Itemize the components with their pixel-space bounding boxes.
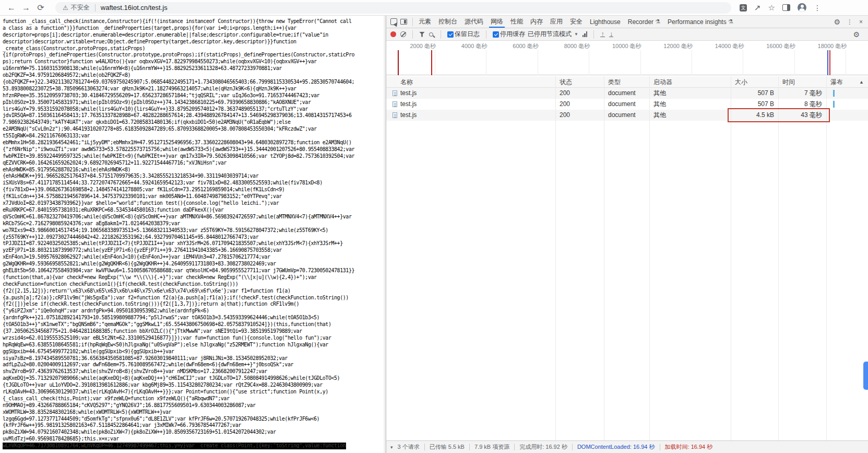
- tab-控制台[interactable]: 控制台: [435, 16, 461, 28]
- checkbox-checked-icon[interactable]: [493, 31, 499, 38]
- column-header-5[interactable]: 大小: [731, 76, 778, 88]
- clear-network-log-icon[interactable]: [400, 31, 406, 37]
- throttling-dropdown[interactable]: 已停用节流模式 ▼: [529, 30, 578, 39]
- cell-type: document: [604, 110, 649, 121]
- tab-Recorder[interactable]: Recorder⚗: [624, 16, 664, 28]
- security-label[interactable]: 不安全: [71, 3, 90, 12]
- tab-性能[interactable]: 性能: [507, 16, 527, 28]
- tab-安全[interactable]: 安全: [566, 16, 586, 28]
- code-line: jdvIR5QA=87.15036116458413;17.7635133782…: [3, 112, 385, 119]
- status-divider: [469, 444, 470, 450]
- reload-button[interactable]: ⟳: [33, 3, 48, 13]
- status-caret-icon[interactable]: ▾: [390, 445, 393, 450]
- document-icon: [393, 90, 397, 96]
- column-separator[interactable]: [731, 76, 731, 440]
- column-header-1[interactable]: 名称: [386, 76, 555, 88]
- code-line: kRCb7SGc=2.7162798085924376;var aEg8akm1…: [3, 220, 385, 227]
- cell-size: 507 B: [731, 88, 778, 99]
- devtools-close-icon[interactable]: ×: [859, 18, 863, 26]
- code-line: iSXUsV8s=67.41171785114544;33.7272074767…: [3, 180, 385, 187]
- timeline-overview[interactable]: [386, 50, 868, 75]
- code-line: pk8oZiXW=94.07921607402348;while(pk8oZiX…: [3, 429, 385, 436]
- column-separator[interactable]: [649, 76, 650, 440]
- filter-icon[interactable]: [419, 32, 425, 37]
- timeline-tick-label: 18000 毫秒: [810, 42, 847, 50]
- request-row[interactable]: test.js200document其他507 B7 毫秒: [386, 88, 868, 99]
- devtools-menu-icon[interactable]: ⋮: [847, 18, 853, 26]
- tab-Performance insights[interactable]: Performance insights⚗: [664, 16, 737, 28]
- devtools-panel: 元素控制台源代码网络性能内存应用安全LighthouseRecorder⚗Per…: [386, 16, 868, 453]
- devtools-settings-icon[interactable]: ⚙: [834, 18, 840, 26]
- browser-menu-icon[interactable]: ⋮: [814, 4, 821, 12]
- translate-icon[interactable]: 文: [740, 4, 747, 11]
- timeline-gridline: [640, 50, 641, 75]
- tab-Lighthouse[interactable]: Lighthouse: [586, 16, 624, 28]
- url-text[interactable]: waftest.16iot.cn/test.js: [101, 4, 168, 11]
- sort-ascending-icon[interactable]: ▲: [859, 79, 864, 85]
- tab-label: 源代码: [465, 17, 483, 26]
- checkbox-checked-icon[interactable]: [447, 31, 454, 38]
- tab-网络[interactable]: 网络: [487, 16, 507, 28]
- code-line: aqKxeDQj=35.71329207989066;while(aqKxeDQ…: [3, 375, 385, 382]
- code-line: {fiv781xD++}39.06826736169858+2.14845741…: [3, 187, 385, 193]
- code-line: descriptor=props[i];descriptor.enumerabl…: [3, 32, 385, 39]
- column-header-4[interactable]: 启动器: [649, 76, 731, 88]
- network-conditions-icon[interactable]: [582, 31, 588, 37]
- code-line: {fK1LsCdn++}34.575882194567896+14.347537…: [3, 193, 385, 200]
- code-line: xEnF4onJ=19.509576928062927;while(xEnF4o…: [3, 254, 385, 261]
- cell-status: 200: [555, 99, 604, 110]
- record-network-log-button[interactable]: [390, 31, 396, 37]
- code-line: {"y6iPZJxm";"iQe0ohqH";var ardnfgPk=94.0…: [3, 308, 385, 315]
- security-warning-icon[interactable]: ⚠: [63, 4, 68, 11]
- code-line: {a.push[a];f2(a)};cRF1lv9m("jWs5gxEa");v…: [3, 295, 385, 301]
- tab-label: 安全: [570, 17, 582, 26]
- bookmark-star-icon[interactable]: ☆: [768, 3, 775, 13]
- code-line: fwbPKIEt=39.859224499597325;while(fwbPKI…: [3, 153, 385, 160]
- code-line: {z55T69KY++}12.092730274446042+42.221826…: [3, 234, 385, 241]
- status-divider: [660, 444, 660, 450]
- profile-avatar[interactable]: [798, 3, 806, 12]
- timeline-gridline: [486, 50, 486, 75]
- share-icon[interactable]: ↗: [754, 3, 761, 13]
- preserve-log-checkbox[interactable]: 保留日志: [447, 30, 480, 39]
- forward-button[interactable]: →: [19, 3, 33, 13]
- cell-type: document: [604, 99, 649, 110]
- column-header-6[interactable]: 时间: [778, 76, 826, 88]
- tab-应用[interactable]: 应用: [546, 16, 566, 28]
- code-line: 7.98692382643749;"kATY4UAT";var qkxbiDO1…: [3, 119, 385, 126]
- column-header-3[interactable]: 类型: [604, 76, 649, 88]
- code-line: e2AM3NqU("sCvL0n2z");90.46419310207278+8…: [3, 126, 385, 133]
- column-separator[interactable]: [826, 76, 827, 440]
- browser-toolbar: ← → ⟳ ⚠ 不安全 waftest.16iot.cn/test.js 文 ↗…: [0, 0, 868, 16]
- column-separator[interactable]: [555, 76, 556, 440]
- code-line: g2WgQKHR=49.59366958552821;while(g2WgQKH…: [3, 261, 385, 268]
- code-line: lzgq6Ggd=97.12737717444509;"d5omfkTg";"s…: [3, 416, 385, 423]
- tab-内存[interactable]: 内存: [527, 16, 546, 28]
- import-har-icon[interactable]: ↑: [600, 31, 605, 37]
- timeline-gridline: [692, 50, 692, 75]
- tab-源代码[interactable]: 源代码: [461, 16, 487, 28]
- tab-元素[interactable]: 元素: [415, 16, 435, 28]
- export-har-icon[interactable]: ↓: [609, 31, 614, 37]
- code-line: wo7RIxs9=43.98660014517454;19.1065683389…: [3, 227, 385, 234]
- code-line: {ehAsHWDK++}91.96652825176437+84.5715170…: [3, 173, 385, 180]
- column-separator[interactable]: [778, 76, 779, 440]
- inspect-element-icon[interactable]: [390, 18, 397, 25]
- experiment-flask-icon: ⚗: [655, 18, 660, 25]
- code-line: eRuXRKPC=67.84015957381031;eRuXRKPC=68.5…: [3, 207, 385, 214]
- cell-initiator: 其他: [649, 88, 731, 99]
- column-header-2[interactable]: 状态: [555, 76, 604, 88]
- network-settings-icon[interactable]: ⚙: [853, 30, 864, 39]
- search-icon[interactable]: [429, 32, 433, 37]
- side-panel-icon[interactable]: [782, 4, 790, 11]
- back-button[interactable]: ←: [4, 3, 19, 13]
- scrollbar-thumb[interactable]: [863, 362, 868, 390]
- column-separator[interactable]: [604, 76, 604, 440]
- load-event-line: [829, 50, 830, 75]
- device-toolbar-icon[interactable]: [400, 19, 407, 25]
- code-line: hpRqWqEw=63.63855108645581;if(hpRqWqEw<5…: [3, 342, 385, 349]
- address-bar[interactable]: ⚠ 不安全 waftest.16iot.cn/test.js: [55, 2, 731, 14]
- code-line: shvZVroB=97.43639762613537;while(shvZVro…: [3, 368, 385, 375]
- tab-label: Recorder: [628, 18, 653, 26]
- disable-cache-checkbox[interactable]: 停用缓存: [493, 30, 525, 39]
